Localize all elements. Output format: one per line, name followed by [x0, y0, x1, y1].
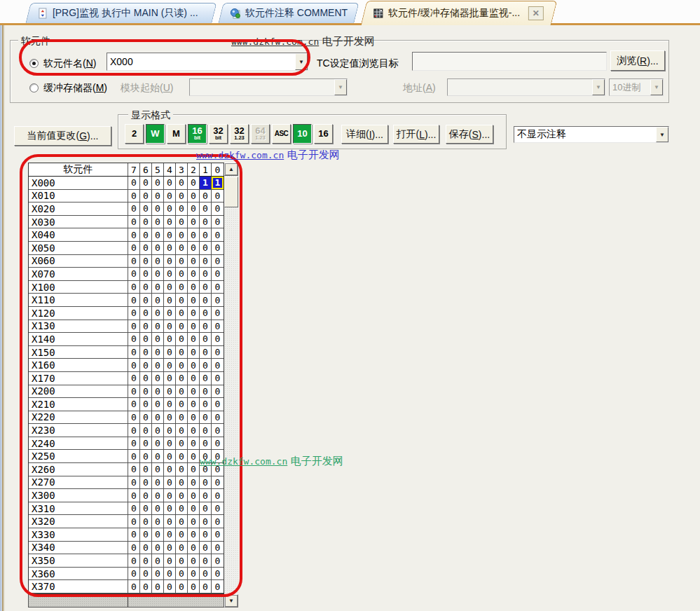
radix-select[interactable]: 10进制 ▼ — [609, 78, 664, 96]
bit-cell[interactable]: 0 — [200, 424, 212, 437]
bit-cell[interactable]: 0 — [200, 554, 212, 567]
bit-cell[interactable]: 0 — [188, 372, 200, 385]
format-button-bin[interactable]: 2 — [125, 124, 144, 144]
bit-cell[interactable]: 0 — [176, 476, 188, 489]
bit-cell[interactable]: 0 — [140, 385, 152, 398]
bit-cell[interactable]: 1 — [200, 177, 212, 189]
bit-cell[interactable]: 0 — [188, 463, 200, 476]
bit-cell[interactable]: 0 — [188, 359, 200, 371]
bit-cell[interactable]: 0 — [188, 228, 200, 241]
bit-cell[interactable]: 0 — [200, 580, 212, 593]
bit-cell[interactable]: 0 — [164, 281, 176, 294]
device-cell[interactable]: X260 — [29, 463, 128, 476]
bit-cell[interactable]: 0 — [140, 372, 152, 385]
chevron-down-icon[interactable]: ▼ — [656, 127, 668, 142]
open-button[interactable]: 打开(L)... — [393, 125, 439, 144]
bit-cell[interactable]: 0 — [140, 177, 152, 189]
bit-cell[interactable]: 0 — [200, 216, 212, 228]
device-cell[interactable]: X060 — [29, 255, 128, 268]
bit-cell[interactable]: 0 — [164, 177, 176, 189]
bit-cell[interactable]: 0 — [212, 580, 224, 593]
format-button-bit32[interactable]: 32bit — [209, 124, 228, 144]
bit-cell[interactable]: 0 — [176, 255, 188, 268]
bit-cell[interactable]: 0 — [200, 320, 212, 333]
bit-cell[interactable]: 0 — [128, 437, 140, 450]
bit-cell[interactable]: 0 — [176, 424, 188, 437]
bit-cell[interactable]: 0 — [140, 528, 152, 541]
bit-cell[interactable]: 0 — [128, 255, 140, 268]
bit-cell[interactable]: 0 — [164, 450, 176, 462]
bit-cell[interactable]: 0 — [176, 216, 188, 228]
format-button-word[interactable]: W — [146, 124, 165, 144]
format-button-bit16[interactable]: 16bit — [188, 124, 207, 144]
device-cell[interactable]: X330 — [29, 528, 128, 541]
device-cell[interactable]: X220 — [29, 411, 128, 424]
bit-cell[interactable]: 0 — [128, 320, 140, 333]
format-button-trend[interactable]: M — [167, 124, 186, 144]
bit-cell[interactable]: 0 — [164, 542, 176, 554]
bit-cell[interactable]: 0 — [200, 242, 212, 254]
vertical-scrollbar[interactable]: ▲ ▼ — [224, 163, 238, 607]
bit-cell[interactable]: 0 — [176, 489, 188, 502]
bit-cell[interactable]: 0 — [212, 359, 224, 371]
device-cell[interactable]: X010 — [29, 190, 128, 202]
bit-cell[interactable]: 0 — [128, 268, 140, 280]
buffer-memory-radio[interactable] — [29, 83, 39, 92]
bit-cell[interactable]: 0 — [212, 268, 224, 280]
device-cell[interactable]: X100 — [29, 281, 128, 294]
bit-cell[interactable]: 0 — [212, 320, 224, 333]
module-start-combobox[interactable]: ▼ — [189, 78, 348, 96]
bit-cell[interactable]: 0 — [128, 554, 140, 567]
bit-cell[interactable]: 0 — [140, 320, 152, 333]
bit-cell[interactable]: 0 — [164, 216, 176, 228]
bit-cell[interactable]: 0 — [140, 580, 152, 593]
bit-cell[interactable]: 0 — [212, 502, 224, 515]
bit-cell[interactable]: 0 — [200, 463, 212, 476]
bit-cell[interactable]: 0 — [164, 242, 176, 254]
bit-cell[interactable]: 0 — [164, 398, 176, 411]
format-button-hex[interactable]: 16 — [314, 124, 333, 144]
bit-cell[interactable]: 0 — [188, 190, 200, 202]
bit-cell[interactable]: 0 — [128, 580, 140, 593]
bit-cell[interactable]: 0 — [188, 333, 200, 345]
bit-cell[interactable]: 0 — [164, 515, 176, 528]
tab-prg-monitor[interactable]: [PRG]监视 执行中 MAIN (只读) ... — [25, 3, 217, 23]
bit-cell[interactable]: 0 — [200, 333, 212, 345]
device-cell[interactable]: X350 — [29, 554, 128, 567]
bit-cell[interactable]: 0 — [164, 320, 176, 333]
bit-cell[interactable]: 0 — [164, 411, 176, 424]
bit-cell[interactable]: 0 — [152, 177, 164, 189]
bit-cell[interactable]: 0 — [128, 568, 140, 580]
bit-cell[interactable]: 0 — [164, 424, 176, 437]
bit-cell[interactable]: 0 — [128, 202, 140, 215]
bit-cell[interactable]: 0 — [176, 372, 188, 385]
bit-cell[interactable]: 0 — [176, 463, 188, 476]
bit-cell[interactable]: 0 — [152, 580, 164, 593]
bit-cell[interactable]: 0 — [176, 554, 188, 567]
bit-cell[interactable]: 0 — [200, 437, 212, 450]
bit-cell[interactable]: 0 — [152, 242, 164, 254]
bit-cell[interactable]: 0 — [212, 216, 224, 228]
bit-cell[interactable]: 0 — [152, 320, 164, 333]
bit-cell[interactable]: 0 — [152, 489, 164, 502]
bit-cell[interactable]: 0 — [188, 216, 200, 228]
bit-cell[interactable]: 0 — [164, 372, 176, 385]
bit-cell[interactable]: 0 — [164, 359, 176, 371]
bit-cell[interactable]: 1 — [212, 177, 224, 189]
bit-cell[interactable]: 0 — [188, 502, 200, 515]
bit-cell[interactable]: 0 — [200, 398, 212, 411]
bit-cell[interactable]: 0 — [140, 502, 152, 515]
bit-cell[interactable]: 0 — [164, 437, 176, 450]
bit-cell[interactable]: 0 — [188, 320, 200, 333]
device-cell[interactable]: X070 — [29, 268, 128, 280]
bit-cell[interactable]: 0 — [188, 450, 200, 462]
address-combobox[interactable]: ▼ — [447, 78, 605, 96]
bit-cell[interactable]: 0 — [176, 268, 188, 280]
bit-cell[interactable]: 0 — [176, 568, 188, 580]
bit-cell[interactable]: 0 — [212, 202, 224, 215]
device-cell[interactable]: X250 — [29, 450, 128, 462]
change-current-value-button[interactable]: 当前值更改(G)... — [14, 126, 111, 146]
bit-cell[interactable]: 0 — [176, 450, 188, 462]
bit-cell[interactable]: 0 — [152, 398, 164, 411]
bit-cell[interactable]: 0 — [176, 528, 188, 541]
